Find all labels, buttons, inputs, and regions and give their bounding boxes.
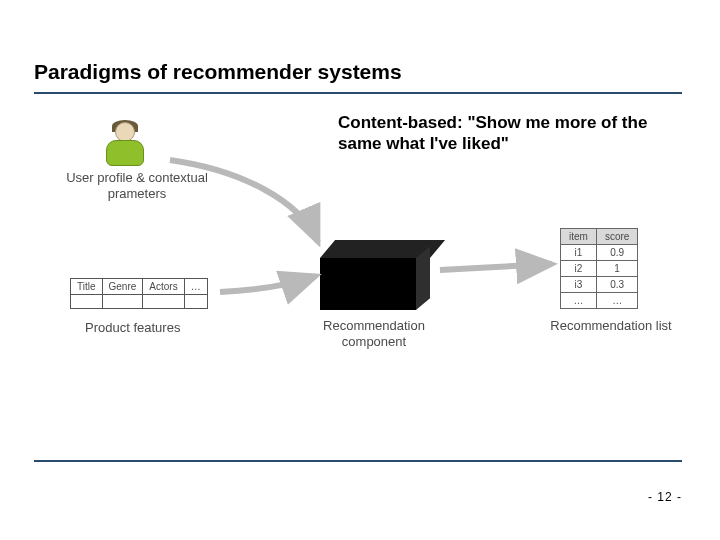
table-row: i30.3 [561, 277, 638, 293]
product-features-table: Title Genre Actors … [70, 278, 208, 309]
col-header: Genre [102, 279, 143, 295]
user-icon [100, 122, 150, 166]
callout-text: Content-based: "Show me more of the same… [338, 112, 678, 155]
table-row [71, 295, 208, 309]
col-header: Actors [143, 279, 184, 295]
slide: Paradigms of recommender systems Content… [0, 0, 720, 540]
table-row: Title Genre Actors … [71, 279, 208, 295]
recommendation-list-table: item score i10.9 i21 i30.3 …… [560, 228, 638, 309]
slide-title: Paradigms of recommender systems [34, 60, 402, 84]
table-row: …… [561, 293, 638, 309]
col-header: score [596, 229, 637, 245]
col-header: Title [71, 279, 103, 295]
col-header: item [561, 229, 597, 245]
divider-bottom [34, 460, 682, 462]
table-row: item score [561, 229, 638, 245]
table-row: i10.9 [561, 245, 638, 261]
col-header: … [184, 279, 207, 295]
recommendation-component-label: Recommendation component [304, 318, 444, 351]
recommendation-list-label: Recommendation list [546, 318, 676, 334]
table-row: i21 [561, 261, 638, 277]
divider-top [34, 92, 682, 94]
page-number: - 12 - [648, 490, 682, 504]
recommendation-component-cube [320, 240, 430, 318]
user-profile-label: User profile & contextual prameters [62, 170, 212, 203]
product-features-label: Product features [85, 320, 180, 335]
